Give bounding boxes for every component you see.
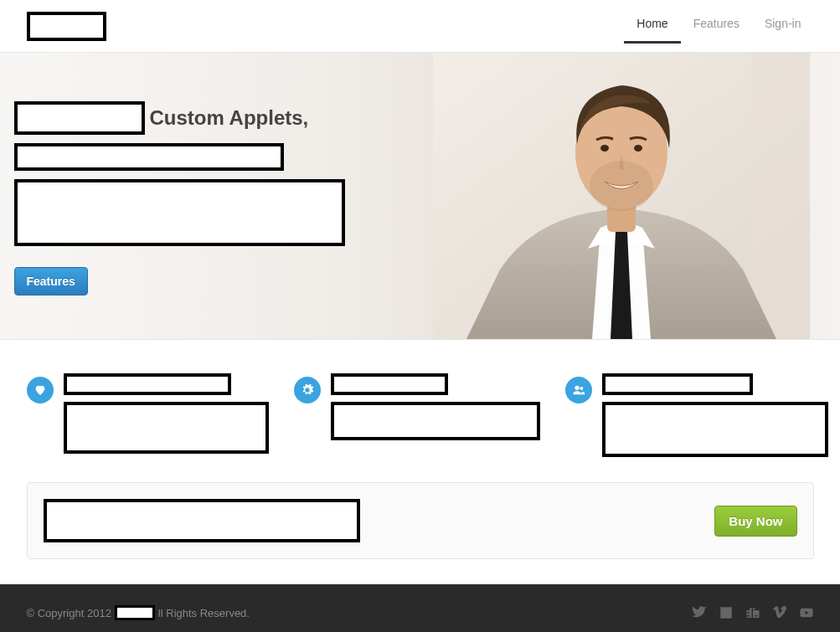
heart-icon [27, 377, 54, 403]
hero-headline-redacted-1 [14, 101, 145, 135]
hero-headline-text: Custom Applets, [150, 106, 309, 130]
cta-section: Buy Now [27, 482, 814, 559]
facebook-icon[interactable] [719, 605, 734, 620]
footer-copyright: © Copyright 2012 ll Rights Reserved. [27, 605, 250, 620]
svg-point-7 [575, 386, 579, 390]
feature-desc-redacted [64, 402, 269, 454]
feature-desc-redacted [331, 402, 540, 440]
hero-headline-redacted-2 [14, 143, 284, 171]
footer: © Copyright 2012 ll Rights Reserved. [0, 584, 840, 632]
digg-icon[interactable] [745, 605, 760, 620]
nav-home[interactable]: Home [624, 8, 680, 44]
feature-title-redacted [602, 373, 753, 395]
buy-now-button[interactable]: Buy Now [714, 506, 796, 537]
svg-rect-1 [751, 53, 810, 339]
cta-text-redacted [44, 499, 360, 542]
feature-title-redacted [64, 373, 231, 395]
hero-description-redacted [14, 179, 345, 246]
users-icon [565, 377, 592, 403]
copyright-prefix: © Copyright 2012 [27, 607, 111, 619]
header: Home Features Sign-in [0, 0, 840, 53]
youtube-icon[interactable] [799, 605, 814, 620]
feature-item [294, 373, 540, 457]
feature-desc-redacted [602, 402, 828, 457]
twitter-icon[interactable] [692, 605, 707, 620]
nav-signin[interactable]: Sign-in [752, 8, 814, 44]
vimeo-icon[interactable] [772, 605, 787, 620]
svg-point-4 [600, 145, 609, 152]
svg-point-8 [580, 387, 583, 390]
hero-image [433, 53, 810, 339]
svg-point-5 [634, 145, 642, 152]
footer-redacted [115, 605, 155, 620]
feature-title-redacted [331, 373, 448, 395]
gear-icon [294, 377, 321, 403]
feature-item [27, 373, 269, 457]
svg-point-6 [590, 161, 653, 211]
logo[interactable] [27, 12, 106, 41]
features-section [14, 340, 827, 482]
nav-features[interactable]: Features [681, 8, 752, 44]
hero-cta-button[interactable]: Features [14, 267, 88, 295]
feature-item [565, 373, 828, 457]
hero-section: Custom Applets, Features [0, 53, 840, 340]
social-links [692, 605, 814, 620]
copyright-suffix: ll Rights Reserved. [158, 607, 250, 619]
main-nav: Home Features Sign-in [624, 8, 813, 44]
